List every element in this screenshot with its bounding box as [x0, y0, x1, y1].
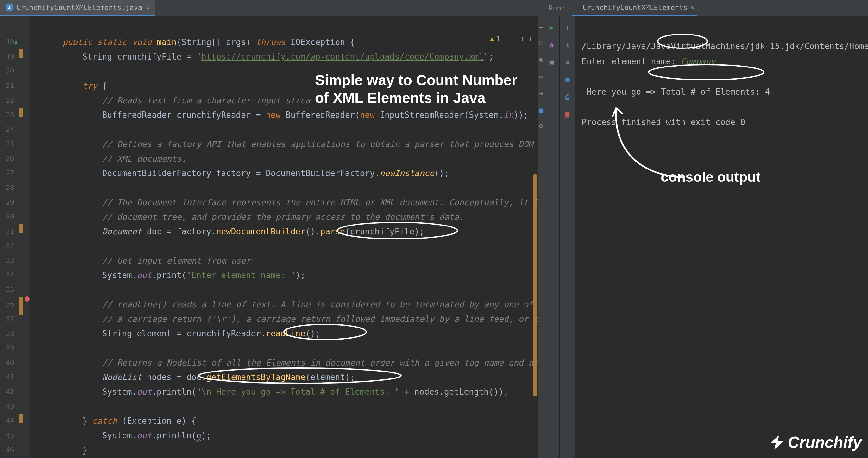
- console-result: Here you go => Total # of Elements: 4: [582, 87, 770, 96]
- console-jvm-path: /Library/Java/JavaVirtualMachines/jdk-15…: [582, 41, 868, 51]
- pin-icon[interactable]: ⚲: [538, 123, 544, 131]
- stop-icon[interactable]: ▣: [550, 58, 554, 66]
- split-icon[interactable]: ▦: [539, 106, 543, 114]
- console-body: ▶ ✿ ▣ ↑ ↓ ⇄ ▣ ⎙ 🗑 /Library/Java/JavaVirt…: [544, 16, 868, 458]
- file-tab[interactable]: J CrunchifyCountXMLElements.java ×: [0, 0, 155, 16]
- clear-icon[interactable]: 🗑: [564, 111, 571, 118]
- warning-icon: ▲: [490, 35, 494, 43]
- editor-tab-bar: J CrunchifyCountXMLElements.java ×: [0, 0, 538, 16]
- close-tab-icon[interactable]: ×: [146, 3, 150, 11]
- run-config-name: CrunchifyCountXMLElements: [583, 3, 687, 11]
- svg-point-4: [649, 65, 764, 80]
- wrap-icon[interactable]: ⇄: [565, 58, 569, 66]
- breakpoint-icon[interactable]: [25, 296, 30, 302]
- problem-nav-arrows[interactable]: ↑ ↓: [520, 34, 533, 42]
- line-number-gutter: 18192021 22232425 26272829 30313233 3435…: [0, 16, 18, 458]
- file-tab-label: CrunchifyCountXMLElements.java: [17, 3, 142, 11]
- editor-pane: J CrunchifyCountXMLElements.java × 18192…: [0, 0, 538, 458]
- next-problem-icon[interactable]: ↓: [528, 34, 532, 42]
- scroll-icon[interactable]: ▣: [565, 76, 569, 84]
- run-toolbar-left: ▶ ✿ ▣: [544, 16, 559, 458]
- change-marks-gutter: [18, 16, 30, 458]
- editor-side-toolbar: ▭ ⧉ ◉ ⎓ ⇥ ▦ ⚲: [538, 0, 544, 458]
- crunchify-logo: Crunchify: [768, 433, 862, 452]
- up-icon[interactable]: ↑: [565, 23, 569, 31]
- run-config-tab[interactable]: CrunchifyCountXMLElements ×: [572, 0, 696, 16]
- console-prompt: Enter element name:: [582, 57, 681, 66]
- editor-scrollbar[interactable]: [533, 174, 537, 396]
- console-user-input: Company: [681, 57, 715, 66]
- run-label: Run:: [549, 4, 565, 12]
- copy-icon[interactable]: ⧉: [538, 39, 544, 47]
- console-output[interactable]: /Library/Java/JavaVirtualMachines/jdk-15…: [575, 16, 868, 458]
- console-exit: Process finished with exit code 0: [582, 117, 745, 127]
- camera-icon[interactable]: ◉: [539, 56, 543, 64]
- run-toolbar-right: ↑ ↓ ⇄ ▣ ⎙ 🗑: [559, 16, 575, 458]
- editor-body: 18192021 22232425 26272829 30313233 3435…: [0, 16, 538, 458]
- export-icon[interactable]: ⇥: [539, 89, 543, 97]
- problems-badge[interactable]: ▲ 1: [490, 35, 500, 43]
- settings-icon[interactable]: ✿: [550, 41, 554, 49]
- annotation-title: Simple way to Count Number of XML Elemen…: [315, 71, 517, 107]
- prev-problem-icon[interactable]: ↑: [520, 34, 525, 42]
- bookmark-icon[interactable]: ▭: [539, 22, 543, 30]
- down-icon[interactable]: ↓: [565, 41, 569, 49]
- run-config-icon: [574, 5, 579, 10]
- print-icon[interactable]: ⎙: [565, 93, 569, 101]
- annotation-console-label: console output: [661, 169, 761, 185]
- java-file-icon: J: [6, 4, 13, 11]
- plug-icon[interactable]: ⎓: [539, 73, 543, 81]
- close-run-tab-icon[interactable]: ×: [690, 3, 694, 11]
- warning-count: 1: [496, 35, 500, 43]
- run-pane: Run: CrunchifyCountXMLElements × ⋮ ▶ ✿ ▣…: [544, 0, 868, 458]
- run-header: Run: CrunchifyCountXMLElements × ⋮: [544, 0, 868, 16]
- code-text-area[interactable]: public static void main(String[] args) t…: [30, 16, 538, 458]
- rerun-icon[interactable]: ▶: [550, 23, 554, 31]
